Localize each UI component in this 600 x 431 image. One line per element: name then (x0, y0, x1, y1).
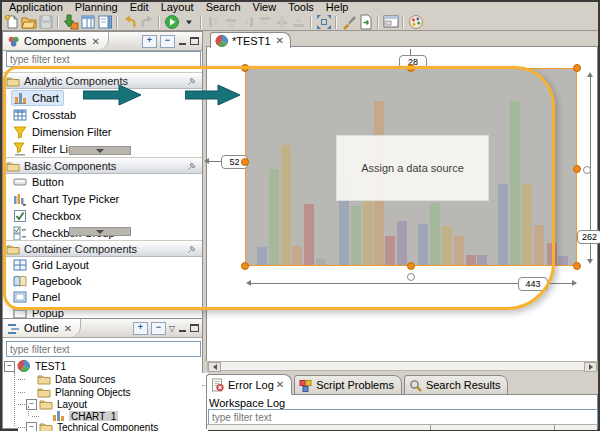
placeholder-bar (304, 204, 314, 265)
editor-tab-close-icon[interactable]: ✕ (276, 35, 284, 46)
tab-error-log[interactable]: Error Log ✕ (206, 374, 292, 395)
copy-view-icon[interactable] (96, 14, 113, 30)
error-log-close-icon[interactable]: ✕ (276, 379, 284, 390)
outline-expand-all-button[interactable]: + (133, 322, 148, 335)
selection-handle[interactable] (573, 64, 581, 72)
placeholder-bar (477, 255, 487, 265)
resize-handle[interactable] (583, 166, 591, 174)
tree-item-test1[interactable]: −TEST1 (4, 360, 194, 372)
palette-icon[interactable] (407, 14, 424, 30)
outline-close-icon[interactable]: ✕ (64, 323, 72, 334)
redo-icon[interactable] (138, 14, 155, 30)
outline-view-tab[interactable]: Outline ✕ (3, 319, 81, 337)
tree-expander-icon[interactable]: − (4, 361, 15, 372)
editor-tab-test1[interactable]: *TEST1 ✕ (210, 32, 291, 48)
align-center-icon[interactable] (222, 14, 239, 30)
open-file-icon[interactable] (20, 14, 37, 30)
undo-icon[interactable] (121, 14, 138, 30)
search-results-icon (409, 379, 422, 392)
deploy-icon[interactable] (62, 14, 79, 30)
tree-guide-line (28, 406, 29, 416)
outline-collapse-all-button[interactable]: − (151, 322, 166, 335)
palette-scroll-down-button[interactable] (69, 227, 131, 236)
palette-item-button[interactable]: Button (3, 174, 202, 190)
palette-section-container-components[interactable]: Container Components (3, 240, 202, 257)
placeholder-bar (466, 255, 476, 265)
tree-item-layout[interactable]: −Layout (18, 398, 208, 410)
export-doc-icon[interactable] (357, 14, 374, 30)
new-file-icon[interactable] (3, 14, 20, 30)
toolbar-separator (335, 16, 337, 29)
menu-view[interactable]: View (247, 1, 283, 14)
tree-item-label: Planning Objects (55, 387, 131, 398)
selection-handle[interactable] (407, 262, 415, 270)
data-view-icon[interactable] (79, 14, 96, 30)
tab-script-problems[interactable]: Script Problems (294, 375, 402, 395)
fit-window-icon[interactable] (315, 14, 332, 30)
palette-item-chart-type-picker[interactable]: Chart Type Picker (3, 191, 202, 207)
outline-filter-input[interactable] (6, 341, 201, 357)
palette-item-checkbox[interactable]: Checkbox (3, 208, 202, 224)
selection-handle[interactable] (241, 262, 249, 270)
placeholder-bar (363, 200, 373, 265)
window-layout-icon[interactable] (382, 14, 399, 30)
menu-layout[interactable]: Layout (155, 1, 200, 14)
align-left-icon[interactable] (205, 14, 222, 30)
align-top-icon[interactable] (256, 14, 273, 30)
chart-component[interactable]: Assign a data source (245, 68, 577, 266)
pin-icon[interactable] (187, 76, 197, 86)
workspace-log-label: Workspace Log (209, 397, 285, 409)
run-dropdown-icon[interactable] (180, 14, 197, 30)
selection-handle[interactable] (407, 64, 415, 72)
menu-search[interactable]: Search (200, 1, 247, 14)
run-icon[interactable] (163, 14, 180, 30)
palette-item-label: Pagebook (32, 275, 82, 287)
tree-item-data-sources[interactable]: Data Sources (18, 373, 208, 385)
tree-connector (18, 404, 25, 405)
selection-handle[interactable] (573, 165, 581, 173)
console-filter-input[interactable] (208, 409, 598, 425)
view-menu-icon[interactable]: ▽ (169, 324, 175, 333)
left-margin-arrow (204, 158, 209, 164)
save-icon[interactable] (37, 14, 54, 30)
resize-handle[interactable] (407, 273, 415, 281)
palette-item-panel[interactable]: Panel (3, 289, 202, 305)
scroll-right-button[interactable] (584, 362, 597, 372)
format-brush-icon[interactable] (340, 14, 357, 30)
tree-expander-icon[interactable]: − (26, 422, 37, 431)
tab-search-results[interactable]: Search Results (404, 375, 509, 395)
placeholder-bar (281, 145, 291, 265)
selection-handle[interactable] (241, 64, 249, 72)
tree-connector (18, 427, 25, 428)
palette-item-grid-layout[interactable]: Grid Layout (3, 257, 202, 273)
pin-icon[interactable] (187, 161, 197, 171)
menu-planning[interactable]: Planning (69, 1, 124, 14)
palette-item-dimension-filter[interactable]: Dimension Filter (3, 124, 202, 140)
width-dim-arrow-right (572, 280, 577, 286)
outline-minimize-button[interactable] (178, 324, 187, 332)
component-crosstab-icon (13, 108, 27, 122)
outline-maximize-button[interactable] (190, 324, 199, 332)
palette-section-basic-components[interactable]: Basic Components (3, 157, 202, 174)
tree-item-technical-components[interactable]: −Technical Components (18, 421, 208, 431)
section-folder-icon (6, 74, 20, 88)
menu-tools[interactable]: Tools (282, 1, 320, 14)
align-right-icon[interactable] (239, 14, 256, 30)
menu-edit[interactable]: Edit (124, 1, 155, 14)
editor-hscrollbar[interactable] (207, 361, 598, 371)
menu-help[interactable]: Help (320, 1, 355, 14)
menu-application[interactable]: Application (3, 1, 69, 14)
component-grid-layout-icon (13, 258, 27, 272)
align-bottom-icon[interactable] (290, 14, 307, 30)
selection-handle[interactable] (573, 262, 581, 270)
selection-handle[interactable] (241, 158, 249, 166)
palette-item-pagebook[interactable]: Pagebook (3, 273, 202, 289)
palette-item-crosstab[interactable]: Crosstab (3, 107, 202, 123)
palette-item-chart[interactable]: Chart (3, 90, 202, 106)
tree-folder-icon (37, 372, 51, 386)
scroll-left-button[interactable] (208, 362, 221, 372)
palette-scroll-down-button[interactable] (69, 146, 131, 155)
pin-icon[interactable] (187, 244, 197, 254)
align-middle-icon[interactable] (273, 14, 290, 30)
palette-section-analytic-components[interactable]: Analytic Components (3, 72, 202, 89)
